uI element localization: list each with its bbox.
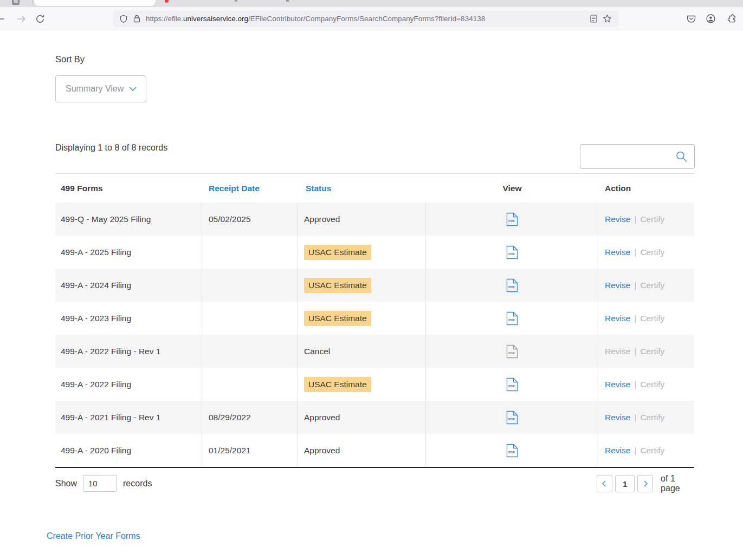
search-icon[interactable]: [674, 149, 689, 164]
table-row: 499-A - 2022 Filing USAC Estimate PDF Re…: [55, 368, 694, 401]
certify-link[interactable]: Certify: [640, 248, 664, 257]
pdf-icon[interactable]: PDF: [506, 212, 518, 226]
pdf-icon[interactable]: PDF: [506, 311, 518, 325]
page-info: of 1 page: [661, 474, 694, 493]
svg-text:PDF: PDF: [508, 318, 515, 322]
certify-link[interactable]: Certify: [640, 380, 664, 389]
status-value: USAC Estimate: [304, 311, 371, 326]
revise-link[interactable]: Revise: [605, 380, 630, 389]
table-row: 499-A - 2023 Filing USAC Estimate PDF Re…: [55, 302, 694, 335]
pdf-icon[interactable]: PDF: [506, 278, 518, 292]
show-label: Show: [55, 479, 77, 489]
pdf-icon[interactable]: PDF: [506, 411, 518, 425]
tab-notification-dot-icon: [165, 0, 169, 3]
account-icon[interactable]: [706, 14, 716, 24]
form-name: 499-A - 2020 Filing: [61, 446, 131, 455]
form-name: 499-Q - May 2025 Filing: [61, 214, 151, 224]
header-view: View: [426, 184, 598, 193]
action-separator: |: [634, 314, 636, 323]
status-value: Cancel: [304, 347, 330, 356]
lock-icon[interactable]: [133, 15, 140, 23]
url-bar[interactable]: https://efile.universalservice.org/EFile…: [113, 10, 618, 27]
revise-link[interactable]: Revise: [605, 446, 630, 455]
table-row: 499-Q - May 2025 Filing 05/02/2025 Appro…: [55, 203, 694, 236]
certify-link[interactable]: Certify: [640, 446, 664, 455]
table-row: 499-A - 2025 Filing USAC Estimate PDF Re…: [55, 236, 694, 269]
page-size-input[interactable]: [83, 475, 117, 492]
firefox-view-icon[interactable]: [12, 0, 20, 5]
tab-text-fragment: [286, 0, 289, 2]
chevron-left-icon: [600, 480, 608, 487]
chevron-right-icon: [642, 480, 649, 487]
pdf-icon[interactable]: PDF: [506, 245, 518, 259]
tab-text-fragment: [235, 0, 237, 2]
form-name: 499-A - 2022 Filing: [61, 380, 131, 389]
table-header-row: 499 Forms Receipt Date Status View Actio…: [55, 174, 694, 203]
shield-icon[interactable]: [119, 15, 128, 23]
form-name: 499-A - 2022 Filing - Rev 1: [61, 347, 160, 356]
svg-text:PDF: PDF: [508, 252, 515, 256]
browser-toolbar: https://efile.universalservice.org/EFile…: [0, 7, 743, 30]
form-name: 499-A - 2025 Filing: [61, 248, 131, 257]
table-body: 499-Q - May 2025 Filing 05/02/2025 Appro…: [55, 203, 694, 468]
action-separator: |: [634, 380, 636, 389]
next-page-button[interactable]: [637, 475, 653, 492]
revise-link[interactable]: Revise: [605, 413, 630, 422]
sort-dropdown[interactable]: Summary View: [55, 75, 146, 102]
forms-table: 499 Forms Receipt Date Status View Actio…: [55, 173, 694, 468]
records-label: records: [123, 479, 152, 489]
revise-link[interactable]: Revise: [605, 314, 630, 323]
form-name: 499-A - 2023 Filing: [61, 314, 131, 323]
certify-link[interactable]: Certify: [640, 314, 664, 323]
pdf-icon[interactable]: PDF: [506, 444, 518, 458]
table-row: 499-A - 2020 Filing 01/25/2021 Approved …: [55, 434, 694, 467]
svg-text:PDF: PDF: [508, 285, 515, 289]
receipt-date: 05/02/2025: [209, 214, 251, 224]
receipt-date: 01/25/2021: [209, 446, 251, 455]
certify-link[interactable]: Certify: [640, 214, 664, 224]
revise-link[interactable]: Revise: [605, 248, 630, 257]
table-row: 499-A - 2021 Filing - Rev 1 08/29/2022 A…: [55, 401, 694, 434]
pagination: 1 of 1 page: [597, 474, 694, 493]
revise-link[interactable]: Revise: [605, 281, 630, 290]
extensions-puzzle-icon[interactable]: [726, 14, 736, 24]
pdf-icon[interactable]: PDF: [506, 344, 518, 359]
pdf-icon[interactable]: PDF: [506, 377, 518, 392]
forward-icon[interactable]: [16, 14, 26, 24]
header-receipt-date[interactable]: Receipt Date: [202, 184, 298, 193]
sort-dropdown-value: Summary View: [66, 84, 127, 94]
revise-link[interactable]: Revise: [605, 347, 630, 356]
certify-link[interactable]: Certify: [640, 413, 664, 422]
status-value: USAC Estimate: [304, 278, 371, 293]
form-name: 499-A - 2024 Filing: [61, 281, 131, 290]
browser-tab-strip: [0, 0, 743, 7]
action-separator: |: [634, 347, 636, 356]
action-separator: |: [634, 214, 636, 224]
certify-link[interactable]: Certify: [640, 281, 664, 290]
reader-view-icon[interactable]: [590, 15, 597, 23]
table-search-box[interactable]: [580, 144, 695, 169]
action-separator: |: [634, 281, 636, 290]
svg-text:PDF: PDF: [508, 219, 515, 223]
header-action: Action: [598, 184, 694, 193]
back-icon[interactable]: [0, 14, 5, 24]
status-value: USAC Estimate: [304, 377, 371, 392]
revise-link[interactable]: Revise: [605, 214, 630, 224]
reload-icon[interactable]: [35, 14, 45, 24]
pocket-icon[interactable]: [686, 14, 696, 24]
create-prior-year-forms-link[interactable]: Create Prior Year Forms: [47, 531, 140, 541]
browser-tab[interactable]: [34, 0, 156, 6]
bookmark-star-icon[interactable]: [603, 14, 612, 23]
status-value: USAC Estimate: [304, 245, 371, 260]
prev-page-button[interactable]: [597, 475, 612, 492]
header-status[interactable]: Status: [298, 184, 426, 193]
action-separator: |: [634, 248, 636, 257]
certify-link[interactable]: Certify: [640, 347, 664, 356]
table-row: 499-A - 2022 Filing - Rev 1 Cancel PDF R…: [55, 335, 694, 368]
status-value: Approved: [304, 214, 340, 224]
records-summary: Displaying 1 to 8 of 8 records: [55, 143, 167, 153]
table-footer: Show records 1 of 1 page: [55, 473, 694, 494]
current-page-indicator[interactable]: 1: [615, 475, 635, 492]
search-input[interactable]: [586, 152, 674, 161]
sort-by-label: Sort By: [55, 54, 85, 64]
